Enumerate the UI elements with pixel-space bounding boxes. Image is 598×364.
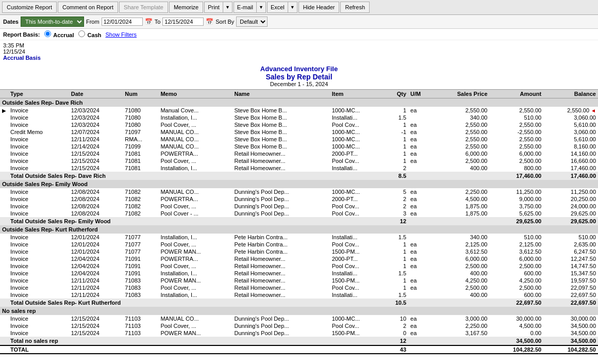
- cash-radio-label[interactable]: Cash: [78, 30, 102, 38]
- print-dropdown-arrow[interactable]: ▼: [223, 2, 232, 12]
- col-um: U/M: [408, 90, 433, 98]
- table-row[interactable]: Invoice 12/15/2024 71103 Pool Cover, ...…: [0, 322, 598, 329]
- row-num: 71091: [123, 255, 158, 262]
- row-item: 1000-MC...: [330, 128, 384, 136]
- to-cal-icon[interactable]: 📅: [206, 18, 213, 25]
- date-range-select[interactable]: This Month-to-date: [21, 16, 84, 27]
- table-row[interactable]: Invoice 12/01/2024 71077 Pool Cover, ...…: [0, 241, 598, 248]
- report-title: Sales by Rep Detail: [0, 73, 598, 81]
- row-price: 4,250.00: [433, 277, 490, 284]
- refresh-button[interactable]: Refresh: [340, 2, 370, 13]
- report-header: Advanced Inventory File Sales by Rep Det…: [0, 63, 598, 88]
- row-date: 12/11/2024: [69, 277, 123, 284]
- accrual-radio[interactable]: [44, 30, 51, 37]
- row-memo: Pool Cover - ...: [158, 210, 232, 217]
- table-row[interactable]: Invoice 12/08/2024 71082 POWERTRA... Dun…: [0, 195, 598, 203]
- table-row[interactable]: Invoice 12/15/2024 71103 MANUAL CO... Du…: [0, 315, 598, 322]
- group-header-row[interactable]: Outside Sales Rep- Dave Rich: [0, 98, 598, 107]
- row-type: Invoice: [8, 107, 69, 114]
- excel-dropdown-arrow[interactable]: ▼: [288, 2, 297, 12]
- row-item: Installati...: [330, 114, 384, 121]
- memorize-button[interactable]: Memorize: [169, 2, 203, 13]
- row-memo: POWERTRA...: [158, 150, 232, 157]
- table-row[interactable]: Invoice 12/03/2024 71080 Installation, I…: [0, 114, 598, 121]
- row-um: ea: [408, 150, 433, 157]
- table-row[interactable]: Invoice 12/04/2024 71091 Pool Cover, ...…: [0, 262, 598, 270]
- row-num: 71077: [123, 241, 158, 248]
- table-row[interactable]: Invoice 12/04/2024 71091 Installation, I…: [0, 270, 598, 277]
- row-um: ea: [408, 136, 433, 143]
- print-button[interactable]: Print: [205, 2, 223, 12]
- excel-button[interactable]: Excel: [268, 2, 288, 12]
- row-expand-cell: [0, 143, 8, 150]
- row-price: 2,500.00: [433, 262, 490, 270]
- cash-radio[interactable]: [78, 30, 85, 37]
- group-header-row[interactable]: No sales rep: [0, 307, 598, 315]
- row-qty: 1: [383, 248, 408, 255]
- group-total-balance: 34,500.00: [543, 337, 598, 345]
- row-type: Invoice: [8, 322, 69, 329]
- table-row[interactable]: Invoice 12/15/2024 71081 Pool Cover, ...…: [0, 157, 598, 164]
- table-row[interactable]: Invoice 12/04/2024 71091 POWERTRA... Ret…: [0, 255, 598, 262]
- grand-total-expand: [0, 345, 8, 354]
- group-total-label: Total Outside Sales Rep- Emily Wood: [8, 217, 330, 225]
- row-qty: 0: [383, 329, 408, 337]
- table-row[interactable]: Invoice 12/15/2024 71103 POWER MAN... Du…: [0, 329, 598, 337]
- customize-report-button[interactable]: Customize Report: [2, 2, 57, 13]
- row-num: 71103: [123, 315, 158, 322]
- comment-on-report-button[interactable]: Comment on Report: [58, 2, 118, 13]
- row-item: 1500-PM...: [330, 248, 384, 255]
- row-expand-cell: [0, 277, 8, 284]
- col-date: Date: [69, 90, 123, 98]
- row-balance: 2,550.00 ◄: [543, 107, 598, 114]
- table-row[interactable]: Invoice 12/08/2024 71082 Pool Cover - ..…: [0, 210, 598, 217]
- table-row[interactable]: Invoice 12/01/2024 71077 POWER MAN... Pe…: [0, 248, 598, 255]
- table-row[interactable]: Invoice 12/03/2024 71080 Pool Cover, ...…: [0, 121, 598, 128]
- group-total-label: Total no sales rep: [8, 337, 330, 345]
- table-row[interactable]: Invoice 12/14/2024 71099 MANUAL CO... St…: [0, 143, 598, 150]
- row-memo: Installation, I...: [158, 270, 232, 277]
- from-date-input[interactable]: [102, 18, 143, 26]
- to-date-input[interactable]: [162, 18, 204, 26]
- email-dropdown-arrow[interactable]: ▼: [257, 2, 265, 12]
- row-memo: Installation, I...: [158, 234, 232, 241]
- row-memo: POWERTRA...: [158, 195, 232, 203]
- table-row[interactable]: Invoice 12/11/2024 71083 Pool Cover, ...…: [0, 284, 598, 291]
- accrual-radio-label[interactable]: Accrual: [44, 30, 74, 38]
- row-expand-cell: [0, 203, 8, 210]
- grand-total-label: TOTAL: [8, 345, 330, 354]
- group-header-row[interactable]: Outside Sales Rep- Kurt Rutherford: [0, 225, 598, 234]
- row-expand-cell: [0, 128, 8, 136]
- table-row[interactable]: Invoice 12/11/2024 71083 POWER MAN... Re…: [0, 277, 598, 284]
- row-price: 340.00: [433, 114, 490, 121]
- table-row[interactable]: Invoice 12/11/2024 RMA... MANUAL CO... S…: [0, 136, 598, 143]
- table-header-row: Type Date Num Memo Name Item Qty U/M Sal…: [0, 90, 598, 98]
- row-type: Invoice: [8, 136, 69, 143]
- show-filters-link[interactable]: Show Filters: [106, 31, 137, 38]
- row-num: 71103: [123, 329, 158, 337]
- table-row[interactable]: Invoice 12/11/2024 71083 Installation, I…: [0, 291, 598, 299]
- table-row[interactable]: Invoice 12/01/2024 71077 Installation, I…: [0, 234, 598, 241]
- row-expand-cell: ▶: [0, 107, 8, 114]
- table-row[interactable]: Invoice 12/15/2024 71081 POWERTRA... Ret…: [0, 150, 598, 157]
- row-qty: 5: [383, 188, 408, 195]
- table-row[interactable]: Credit Memo 12/07/2024 71097 MANUAL CO..…: [0, 128, 598, 136]
- col-sales-price: Sales Price: [433, 90, 490, 98]
- row-type: Invoice: [8, 329, 69, 337]
- table-row[interactable]: Invoice 12/08/2024 71082 MANUAL CO... Du…: [0, 188, 598, 195]
- table-row[interactable]: Invoice 12/15/2024 71081 Installation, I…: [0, 164, 598, 172]
- row-type: Invoice: [8, 284, 69, 291]
- to-label: To: [155, 19, 161, 25]
- row-price: 1,875.00: [433, 203, 490, 210]
- share-template-button[interactable]: Share Template: [119, 2, 168, 13]
- report-table: Type Date Num Memo Name Item Qty U/M Sal…: [0, 89, 598, 354]
- row-price: 2,550.00: [433, 121, 490, 128]
- table-row[interactable]: Invoice 12/08/2024 71082 Pool Cover, ...…: [0, 203, 598, 210]
- from-cal-icon[interactable]: 📅: [145, 18, 153, 25]
- hide-header-button[interactable]: Hide Header: [298, 2, 340, 13]
- email-button[interactable]: E-mail: [234, 2, 257, 12]
- sort-select[interactable]: Default: [236, 16, 268, 27]
- row-amount: 2,550.00: [490, 143, 544, 150]
- group-header-row[interactable]: Outside Sales Rep- Emily Wood: [0, 180, 598, 188]
- table-row[interactable]: ▶ Invoice 12/03/2024 71080 Manual Cove..…: [0, 107, 598, 114]
